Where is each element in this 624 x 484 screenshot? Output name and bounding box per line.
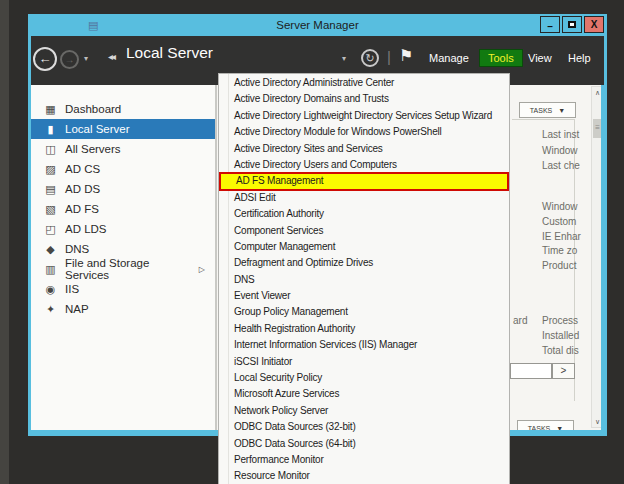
tools-menu-item[interactable]: iSCSI Initiator: [219, 354, 509, 370]
window-title: Server Manager: [28, 14, 607, 36]
tools-menu-item[interactable]: ODBC Data Sources (32-bit): [219, 419, 509, 435]
key-icon: ✦: [44, 303, 57, 316]
tools-menu-item-label: Component Services: [234, 225, 323, 236]
tools-menu-item-label: Active Directory Users and Computers: [234, 159, 397, 170]
tasks-label: TASKS: [528, 425, 550, 431]
tools-menu-button[interactable]: Tools: [479, 49, 523, 67]
tools-menu-item[interactable]: Certification Authority: [219, 206, 509, 222]
scroll-down-icon[interactable]: ∨: [592, 416, 601, 427]
panel-text-fragment: Total dis: [542, 345, 579, 356]
pager-input[interactable]: [510, 363, 552, 379]
titlebar[interactable]: ▤ Server Manager – X: [28, 14, 607, 36]
dashboard-grid-icon: ▦: [44, 103, 57, 116]
sidebar-item-local-server[interactable]: ▮ Local Server: [31, 119, 215, 139]
sidebar-item-nap[interactable]: ✦ NAP: [31, 299, 215, 319]
sidebar-item-ad-ds[interactable]: ▤ AD DS: [31, 179, 215, 199]
back-button[interactable]: ←: [33, 47, 57, 71]
federation-services-icon: ▧: [44, 203, 57, 216]
tools-menu-item-label: ODBC Data Sources (32-bit): [234, 421, 356, 432]
history-dropdown-icon[interactable]: ▾: [84, 54, 88, 63]
sidebar-item-ad-fs[interactable]: ▧ AD FS: [31, 199, 215, 219]
tools-menu-item-label: Internet Information Services (IIS) Mana…: [234, 339, 417, 350]
notifications-flag-icon[interactable]: ⚑: [399, 46, 413, 65]
tools-menu-item[interactable]: ADSI Edit: [219, 190, 509, 206]
tools-menu-item[interactable]: Internet Information Services (IIS) Mana…: [219, 337, 509, 353]
maximize-button[interactable]: [562, 16, 582, 33]
panel-text-fragment: Custom: [542, 216, 576, 227]
panel-text-fragment: Time zo: [542, 245, 577, 256]
desktop-background: ▤ Server Manager – X ← → ▾ ◂◂ Local Serv…: [0, 0, 624, 484]
sidebar: ▦ Dashboard ▮ Local Server ◫ All Servers: [31, 85, 215, 430]
tools-menu-item[interactable]: Component Services: [219, 223, 509, 239]
tools-menu-item-label: AD FS Management: [236, 175, 323, 186]
panel-text-fragment: Last che: [542, 160, 580, 171]
tools-menu-item[interactable]: Resource Monitor: [219, 468, 509, 484]
sidebar-item-file-storage[interactable]: ▥ File and Storage Services ▷: [31, 259, 215, 279]
sidebar-item-iis[interactable]: ◉ IIS: [31, 279, 215, 299]
tools-menu-item-label: DNS: [234, 274, 255, 285]
tools-menu-item[interactable]: Active Directory Module for Windows Powe…: [219, 124, 509, 140]
tools-menu-item[interactable]: Computer Management: [219, 239, 509, 255]
view-menu[interactable]: View: [528, 52, 552, 64]
server-icon: ▮: [44, 123, 57, 136]
tools-menu-item[interactable]: Active Directory Domains and Trusts: [219, 91, 509, 107]
tools-menu-item[interactable]: ODBC Data Sources (64-bit): [219, 436, 509, 452]
tools-menu-item[interactable]: Local Security Policy: [219, 370, 509, 386]
sidebar-item-all-servers[interactable]: ◫ All Servers: [31, 139, 215, 159]
tools-menu-item[interactable]: Defragment and Optimize Drives: [219, 255, 509, 271]
window-controls: – X: [540, 16, 604, 33]
panel-text-fragment: Window: [542, 201, 578, 212]
forward-button[interactable]: →: [60, 50, 79, 69]
tools-menu-item[interactable]: Active Directory Administrative Center: [219, 75, 509, 91]
tools-menu-item-label: iSCSI Initiator: [234, 356, 292, 367]
tasks-button-top[interactable]: TASKS ▼: [519, 102, 576, 118]
panel-text-fragment: Product: [542, 260, 576, 271]
tools-menu-item[interactable]: AD FS Management: [219, 172, 509, 190]
help-menu[interactable]: Help: [568, 52, 591, 64]
sidebar-item-dashboard[interactable]: ▦ Dashboard: [31, 99, 215, 119]
tools-menu-item[interactable]: Event Viewer: [219, 288, 509, 304]
minimize-button[interactable]: –: [540, 16, 560, 33]
sidebar-item-ad-lds[interactable]: ◰ AD LDS: [31, 219, 215, 239]
panel-text-fragment: ard: [513, 315, 527, 326]
tools-menu-item-label: Performance Monitor: [234, 454, 324, 465]
expand-arrow-icon: ▷: [199, 265, 205, 274]
breadcrumb-dropdown-icon[interactable]: ▾: [342, 54, 346, 63]
tools-menu-item[interactable]: Active Directory Lightweight Directory S…: [219, 108, 509, 124]
tools-menu-item-label: Active Directory Lightweight Directory S…: [234, 110, 492, 121]
vertical-scrollbar[interactable]: ∧ ≡ ∨: [591, 86, 601, 428]
refresh-icon[interactable]: ↻: [361, 49, 379, 67]
tools-menu-item[interactable]: Group Policy Management: [219, 304, 509, 320]
tools-menu-item-label: Active Directory Administrative Center: [234, 77, 394, 88]
tools-menu-item-label: Event Viewer: [234, 290, 290, 301]
sidebar-item-dns[interactable]: ◆ DNS: [31, 239, 215, 259]
tools-menu-item[interactable]: DNS: [219, 272, 509, 288]
tools-menu-item-label: Active Directory Sites and Services: [234, 143, 383, 154]
tools-menu-item[interactable]: Active Directory Users and Computers: [219, 157, 509, 173]
desktop-edge-strip: [0, 0, 9, 484]
panel-text-fragment: Window: [542, 145, 578, 156]
tools-menu-item[interactable]: Performance Monitor: [219, 452, 509, 468]
tools-menu-item-label: Defragment and Optimize Drives: [234, 257, 373, 268]
tools-menu-item-label: Computer Management: [234, 241, 335, 252]
breadcrumb[interactable]: Local Server: [126, 44, 213, 62]
pager-next-button[interactable]: >: [552, 363, 575, 379]
sidebar-item-ad-cs[interactable]: ▨ AD CS: [31, 159, 215, 179]
scrollbar-thumb[interactable]: ≡: [593, 119, 601, 138]
breadcrumb-chevrons-icon: ◂◂: [108, 51, 114, 62]
tasks-button-bottom[interactable]: TASKS ▼: [517, 420, 574, 430]
tools-menu-item-label: Local Security Policy: [234, 372, 322, 383]
scroll-up-icon[interactable]: ∧: [592, 87, 601, 98]
tools-menu-item[interactable]: Health Registration Authority: [219, 321, 509, 337]
tools-menu-item-label: Health Registration Authority: [234, 323, 355, 334]
tools-menu-item[interactable]: Active Directory Sites and Services: [219, 141, 509, 157]
manage-menu[interactable]: Manage: [429, 52, 469, 64]
tools-menu-item[interactable]: Microsoft Azure Services: [219, 386, 509, 402]
tools-menu-item[interactable]: Network Policy Server: [219, 403, 509, 419]
tools-dropdown-menu: Active Directory Administrative Center A…: [218, 73, 510, 484]
panel-text-fragment: IE Enhar: [542, 231, 581, 242]
close-button[interactable]: X: [584, 16, 604, 33]
iis-icon: ◉: [44, 283, 57, 296]
panel-text-fragment: Installed: [542, 330, 579, 341]
tasks-dropdown-icon: ▼: [556, 425, 563, 431]
